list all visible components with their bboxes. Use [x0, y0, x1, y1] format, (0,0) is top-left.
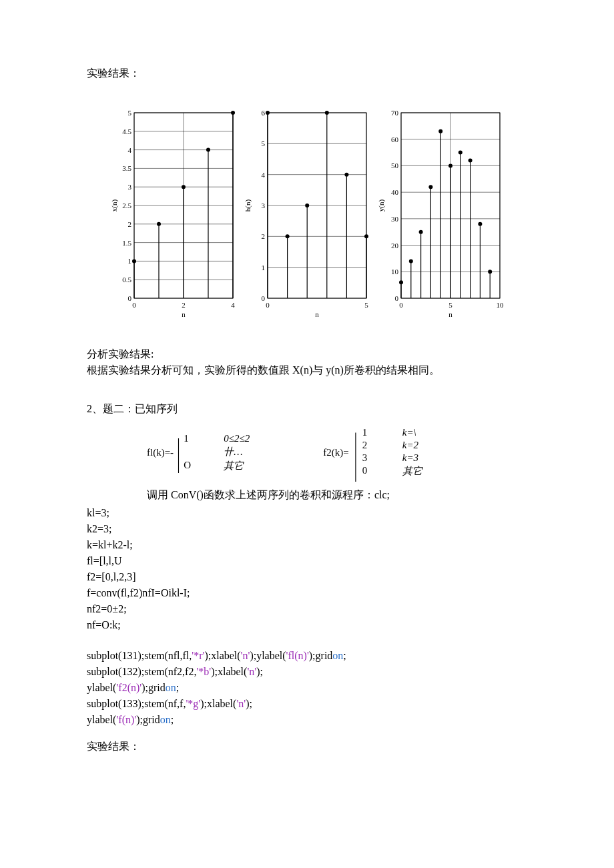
case-row: 10≤2≤2 — [184, 433, 250, 444]
code-line: kl=3; — [87, 505, 527, 521]
svg-text:0.5: 0.5 — [122, 276, 131, 284]
analysis-block: 分析实验结果: 根据实验结果分析可知，实验所得的数值跟 X(n)与 y(n)所卷… — [87, 346, 527, 378]
svg-text:0: 0 — [262, 294, 266, 302]
code-line: subplot(132);stem(nf2,f2,'*b');xlabel('n… — [87, 664, 527, 680]
code-block-2: subplot(131);stem(nfl,fl,'*r');xlabel('n… — [87, 648, 527, 728]
case-row: O其它 — [184, 460, 250, 472]
results-heading-2: 实验结果： — [87, 740, 527, 754]
svg-text:1.5: 1.5 — [122, 239, 131, 247]
section-2-title: 2、题二：已知序列 — [87, 402, 527, 416]
svg-point-61 — [266, 111, 270, 115]
document-page: 实验结果： 00.511.522.533.544.55024nx(n)01234… — [0, 0, 614, 868]
code-line: nf2=0±2; — [87, 601, 527, 617]
chart-container: 012345605nh(n) — [244, 107, 370, 334]
svg-text:0: 0 — [266, 301, 270, 309]
stem-chart-3: 0102030405060700510ny(n) — [377, 107, 504, 334]
f1-cases: 10≤2≤2卄…O其它 — [184, 433, 250, 472]
svg-point-100 — [409, 259, 413, 263]
code-line: k=kl+k2-l; — [87, 537, 527, 553]
svg-point-114 — [478, 222, 482, 226]
svg-text:3.5: 3.5 — [122, 164, 131, 172]
svg-point-104 — [428, 185, 432, 189]
svg-text:0: 0 — [395, 294, 399, 302]
svg-point-67 — [325, 111, 329, 115]
svg-point-106 — [438, 129, 442, 133]
f1-label: fl(k)=- — [147, 447, 174, 458]
svg-text:4: 4 — [128, 146, 132, 154]
svg-text:50: 50 — [391, 161, 399, 169]
stem-chart-1: 00.511.522.533.544.55024nx(n) — [110, 107, 237, 334]
svg-text:n: n — [448, 310, 452, 318]
svg-text:30: 30 — [391, 215, 399, 223]
brace-icon: | — [177, 434, 180, 471]
charts-row: 00.511.522.533.544.55024nx(n)012345605nh… — [87, 107, 527, 334]
stem-chart-2: 012345605nh(n) — [244, 107, 370, 334]
svg-text:4.5: 4.5 — [122, 127, 131, 135]
case-row: 0其它 — [362, 465, 422, 478]
f1-definition: fl(k)=- | 10≤2≤2卄…O其它 — [147, 433, 250, 472]
code-line: ylabel('f(n)');gridon; — [87, 712, 527, 728]
svg-text:3: 3 — [128, 183, 132, 191]
f2-label: f2(k)= — [323, 447, 348, 458]
svg-point-69 — [344, 173, 348, 177]
formula-row: fl(k)=- | 10≤2≤2卄…O其它 f2(k)= | 1k=\2k=23… — [147, 426, 527, 479]
chart-container: 0102030405060700510ny(n) — [377, 107, 504, 334]
svg-point-36 — [206, 148, 210, 152]
svg-text:n: n — [315, 310, 319, 318]
svg-text:y(n): y(n) — [377, 199, 386, 212]
svg-text:n: n — [182, 310, 186, 318]
code-line: subplot(133);stem(nf,f,'*g');xlabel('n')… — [87, 696, 527, 712]
case-row: 2k=2 — [362, 440, 422, 451]
svg-text:0: 0 — [128, 294, 132, 302]
svg-point-71 — [364, 234, 368, 238]
svg-point-30 — [132, 259, 136, 263]
svg-text:1: 1 — [262, 264, 266, 272]
svg-point-34 — [182, 185, 186, 189]
svg-text:5: 5 — [448, 301, 452, 309]
svg-text:0: 0 — [132, 301, 136, 309]
case-row: 1k=\ — [362, 427, 422, 438]
code-line: f=conv(fl,f2)nfI=Oikl-I; — [87, 585, 527, 601]
svg-point-65 — [305, 203, 309, 207]
svg-text:70: 70 — [391, 109, 399, 117]
svg-point-116 — [488, 270, 492, 274]
code-line: ylabel('f2(n)');gridon; — [87, 680, 527, 696]
svg-text:5: 5 — [128, 109, 132, 117]
svg-point-63 — [286, 234, 290, 238]
svg-text:2: 2 — [182, 301, 186, 309]
svg-text:1: 1 — [128, 257, 132, 265]
svg-text:5: 5 — [262, 139, 266, 147]
svg-text:3: 3 — [262, 201, 266, 209]
f2-cases: 1k=\2k=23k=30其它 — [362, 427, 422, 478]
analysis-body: 根据实验结果分析可知，实验所得的数值跟 X(n)与 y(n)所卷积的结果相同。 — [87, 362, 527, 378]
svg-text:h(n): h(n) — [244, 199, 252, 212]
code-line: fl=[l,l,U — [87, 553, 527, 569]
section-2: 2、题二：已知序列 fl(k)=- | 10≤2≤2卄…O其它 f2(k)= |… — [87, 402, 527, 754]
f2-definition: f2(k)= | 1k=\2k=23k=30其它 — [323, 426, 422, 479]
svg-point-98 — [399, 280, 403, 284]
svg-point-110 — [458, 151, 463, 155]
svg-text:4: 4 — [231, 301, 235, 309]
case-row: 卄… — [184, 446, 250, 458]
svg-point-38 — [231, 111, 235, 115]
svg-text:40: 40 — [391, 188, 399, 196]
svg-text:5: 5 — [364, 301, 368, 309]
code-line: subplot(131);stem(nfl,fl,'*r');xlabel('n… — [87, 648, 527, 664]
svg-text:10: 10 — [391, 268, 399, 276]
svg-point-108 — [448, 163, 452, 167]
code-block-1: kl=3;k2=3;k=kl+k2-l;fl=[l,l,Uf2=[0,l,2,3… — [87, 505, 527, 633]
call-conv-line: 调用 ConV()函数求上述两序列的卷积和源程序：clc; — [147, 488, 527, 502]
svg-text:10: 10 — [497, 301, 505, 309]
code-line: nf=O:k; — [87, 617, 527, 633]
svg-text:2: 2 — [128, 220, 132, 228]
svg-text:0: 0 — [399, 301, 403, 309]
code-line: f2=[0,l,2,3] — [87, 569, 527, 585]
code-line: k2=3; — [87, 521, 527, 537]
svg-point-32 — [157, 222, 161, 226]
case-row: 3k=3 — [362, 452, 422, 464]
svg-text:2: 2 — [262, 232, 266, 240]
svg-text:6: 6 — [262, 109, 266, 117]
analysis-title: 分析实验结果: — [87, 346, 527, 362]
chart-container: 00.511.522.533.544.55024nx(n) — [110, 107, 237, 334]
svg-point-112 — [469, 158, 473, 162]
